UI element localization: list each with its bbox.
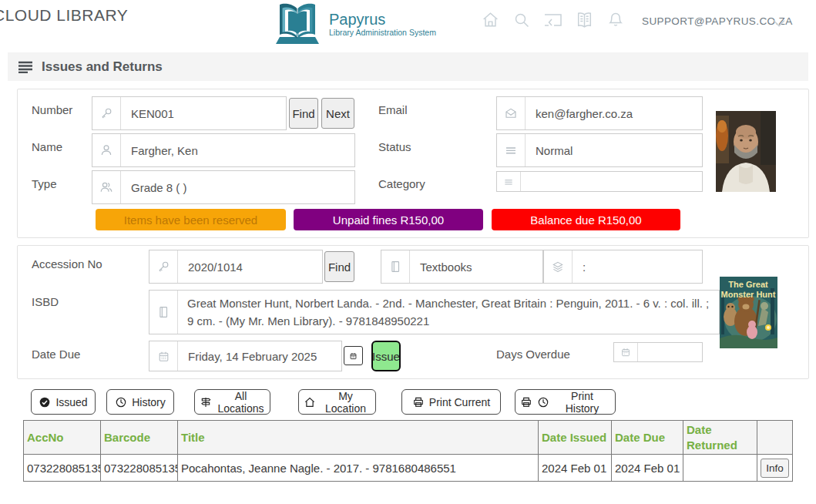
book-icon (381, 250, 410, 283)
isbd-label: ISBD (32, 295, 59, 308)
my-location-label: My Location (321, 390, 371, 415)
col-date-issued: Date Issued (539, 421, 612, 455)
table-header-row: AccNo Barcode Title Date Issued Date Due… (24, 421, 793, 455)
logo-text: Papyrus Library Administration System (329, 11, 436, 38)
issued-items-table: AccNo Barcode Title Date Issued Date Due… (23, 420, 793, 482)
history-label: History (132, 396, 166, 408)
menu-icon[interactable] (18, 61, 32, 73)
envelope-icon (497, 97, 526, 129)
member-find-button[interactable]: Find (289, 98, 318, 129)
member-next-button[interactable]: Next (321, 98, 354, 129)
app-header: CLOUD LIBRARY Papyrus Library Administra… (0, 0, 816, 49)
print-current-button[interactable]: Print Current (401, 389, 501, 415)
member-photo (716, 111, 776, 192)
issue-return-icon[interactable] (543, 12, 562, 29)
item-panel: Accession No 2020/1014 Find Textbooks (17, 245, 809, 379)
book-icon (149, 291, 178, 334)
site-title: CLOUD LIBRARY (0, 6, 128, 25)
key-icon (92, 97, 121, 129)
accession-field[interactable]: 2020/1014 (149, 250, 323, 284)
member-number-value[interactable]: KEN001 (121, 97, 286, 129)
issued-tab-button[interactable]: Issued (31, 389, 96, 415)
print-current-label: Print Current (429, 396, 490, 408)
page-title: Issues and Returns (42, 59, 163, 75)
member-number-field[interactable]: KEN001 (92, 96, 287, 130)
member-type-field[interactable]: Grade 8 ( ) (92, 170, 355, 204)
my-location-button[interactable]: My Location (298, 389, 376, 415)
member-panel: Number KEN001 Find Next Name Fargher, Ke… (17, 89, 809, 238)
days-overdue-field[interactable] (613, 342, 703, 362)
number-label: Number (32, 103, 72, 116)
balance-due-badge[interactable]: Balance due R150,00 (492, 209, 680, 230)
svg-text:The Great: The Great (728, 280, 768, 289)
accession-label: Accession No (32, 257, 102, 270)
member-name-value[interactable]: Fargher, Ken (121, 134, 354, 166)
search-icon[interactable] (512, 11, 531, 29)
history-tab-button[interactable]: History (106, 389, 174, 415)
book-cover: The Great Monster Hunt (720, 277, 777, 348)
papyrus-logo: Papyrus Library Administration System (274, 2, 436, 49)
barcode-cell: 073228085135 (101, 455, 178, 482)
accession-find-button[interactable]: Find (324, 251, 354, 282)
date-due-field[interactable]: Friday, 14 February 2025 (149, 341, 342, 371)
layers-icon (544, 250, 573, 283)
member-email-field[interactable]: ken@fargher.co.za (496, 96, 703, 130)
isbd-field[interactable]: Great Monster Hunt, Norbert Landa. - 2nd… (149, 290, 720, 334)
logo-title: Papyrus (329, 11, 436, 28)
accession-value[interactable]: 2020/1014 (178, 250, 322, 283)
table-row: 073228085135 073228085135 Pocahontas, Je… (24, 455, 793, 482)
people-icon (92, 171, 121, 203)
collection-field[interactable]: Textbooks (381, 250, 543, 284)
member-email-value[interactable]: ken@fargher.co.za (526, 97, 702, 129)
member-status-field[interactable]: Normal (496, 133, 703, 167)
status-label: Status (378, 140, 411, 153)
book-logo-icon (274, 2, 321, 49)
member-name-field[interactable]: Fargher, Ken (92, 133, 355, 167)
member-status-value[interactable]: Normal (526, 134, 702, 166)
reserved-alert-badge[interactable]: Items have been reserved (96, 209, 286, 230)
days-overdue-value[interactable] (638, 343, 702, 361)
col-title: Title (178, 421, 539, 455)
member-category-value[interactable] (521, 172, 702, 191)
svg-text:Monster Hunt: Monster Hunt (721, 290, 776, 299)
date-issued-cell: 2024 Feb 01 (539, 455, 612, 482)
issued-label: Issued (55, 396, 87, 408)
member-type-value[interactable]: Grade 8 ( ) (121, 171, 354, 203)
col-barcode: Barcode (101, 421, 178, 455)
info-button[interactable]: Info (761, 459, 789, 478)
actions-cell: Info (757, 455, 793, 482)
chevron-down-icon[interactable] (772, 18, 786, 32)
email-label: Email (378, 103, 408, 116)
catalog-icon[interactable] (575, 10, 594, 29)
shelf-value[interactable]: : (573, 250, 702, 283)
col-date-due: Date Due (612, 421, 683, 455)
bell-icon[interactable] (606, 10, 625, 29)
date-returned-cell (683, 455, 757, 482)
print-history-label: Print History (554, 390, 610, 415)
print-history-button[interactable]: Print History (515, 389, 616, 415)
accno-link[interactable]: 073228085135 (24, 455, 101, 482)
title-cell: Pocahontas, Jeanne Nagle. - 2017. - 9781… (178, 455, 539, 482)
all-locations-label: All Locations (217, 390, 265, 415)
list-icon (497, 172, 521, 191)
date-due-label: Date Due (32, 348, 80, 361)
all-locations-button[interactable]: All Locations (194, 389, 270, 415)
person-icon (92, 134, 121, 166)
unpaid-fines-badge[interactable]: Unpaid fines R150,00 (294, 209, 483, 230)
collection-value[interactable]: Textbooks (410, 250, 542, 283)
support-email[interactable]: SUPPORT@PAPYRUS.CO.ZA (642, 15, 793, 27)
home-icon[interactable] (481, 10, 500, 29)
member-category-field[interactable] (496, 171, 703, 192)
issue-button[interactable]: Issue (371, 341, 401, 371)
shelf-field[interactable]: : (543, 250, 703, 284)
days-overdue-label: Days Overdue (496, 348, 570, 361)
isbd-value[interactable]: Great Monster Hunt, Norbert Landa. - 2nd… (178, 291, 719, 334)
col-accno: AccNo (24, 421, 101, 455)
calendar-picker-button[interactable] (344, 346, 363, 365)
type-label: Type (32, 177, 57, 190)
key-icon (149, 250, 178, 283)
name-label: Name (32, 140, 62, 153)
date-due-value[interactable]: Friday, 14 February 2025 (178, 341, 341, 371)
logo-subtitle: Library Administration System (329, 28, 436, 38)
issues-and-returns-page: CLOUD LIBRARY Papyrus Library Administra… (0, 0, 816, 504)
